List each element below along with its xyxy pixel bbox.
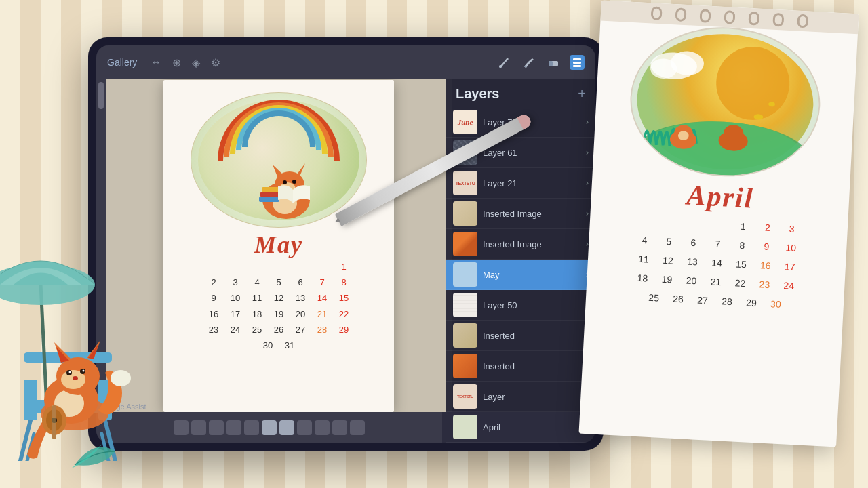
ring-6 bbox=[772, 13, 784, 27]
page-dot-8[interactable] bbox=[297, 420, 312, 435]
layer-item-inserted-4[interactable]: Inserted › bbox=[446, 351, 595, 382]
printed-calendar: April 1 2 3 4 5 6 7 8 9 10 11 bbox=[579, 0, 859, 447]
svg-point-49 bbox=[714, 45, 791, 122]
may-month-title: May bbox=[254, 230, 303, 259]
layer-item-inserted-1[interactable]: Inserted Image › bbox=[446, 199, 595, 229]
svg-point-11 bbox=[111, 370, 131, 386]
may-cal-row-1: 1 bbox=[170, 259, 387, 274]
layer-name-50: Layer 50 bbox=[483, 300, 586, 310]
layer-item-inserted-2[interactable]: Inserted Image › bbox=[446, 229, 595, 260]
page-dot-5[interactable] bbox=[244, 420, 259, 435]
select-tool-icon[interactable]: ◈ bbox=[192, 56, 200, 69]
smudge-tool-button[interactable] bbox=[521, 55, 536, 70]
layer-name-april: April bbox=[483, 422, 586, 432]
svg-rect-5 bbox=[24, 380, 37, 420]
layers-panel-header: Layers + bbox=[446, 79, 595, 107]
adjustments-icon[interactable]: ⚙ bbox=[211, 56, 220, 69]
layer-name-21: Layer 21 bbox=[483, 178, 586, 188]
svg-rect-34 bbox=[549, 61, 553, 66]
layer-name-june: Layer 79 bbox=[483, 117, 586, 127]
layer-name-inserted-2: Inserted Image bbox=[483, 239, 586, 249]
svg-rect-47 bbox=[260, 192, 279, 197]
svg-point-22 bbox=[69, 371, 71, 373]
svg-rect-46 bbox=[259, 197, 279, 202]
svg-point-23 bbox=[83, 370, 85, 372]
page-dot-10[interactable] bbox=[332, 420, 347, 435]
toolbar-tools: ↔ ⊕ ◈ ⚙ bbox=[151, 56, 220, 69]
leaf-decoration bbox=[68, 431, 122, 474]
tablet-screen: Gallery ↔ ⊕ ◈ ⚙ bbox=[96, 45, 595, 443]
page-dot-7[interactable] bbox=[279, 420, 294, 435]
svg-marker-43 bbox=[297, 163, 305, 176]
layer-name-inserted-3: Inserted bbox=[483, 331, 586, 341]
svg-point-45 bbox=[292, 180, 296, 184]
layer-expand-icon-2[interactable]: › bbox=[586, 148, 589, 157]
layer-item-april[interactable]: April › bbox=[446, 412, 595, 443]
gallery-button[interactable]: Gallery bbox=[107, 57, 137, 68]
eraser-tool-button[interactable] bbox=[545, 55, 560, 70]
april-illustration-circle bbox=[627, 22, 824, 181]
svg-rect-48 bbox=[262, 187, 279, 192]
drawing-canvas[interactable]: May 1 2 3 4 bbox=[106, 79, 452, 412]
layer-thumbnail-21: TEXTSTU bbox=[453, 171, 477, 195]
page-dot-9[interactable] bbox=[315, 420, 330, 435]
scroll-thumb-top[interactable] bbox=[98, 82, 104, 109]
tablet-device: Gallery ↔ ⊕ ◈ ⚙ bbox=[88, 37, 604, 451]
may-illustration-circle bbox=[191, 92, 367, 228]
ring-5 bbox=[748, 12, 760, 26]
page-dot-1[interactable] bbox=[174, 420, 189, 435]
layer-expand-icon-4[interactable]: › bbox=[586, 209, 589, 218]
april-calendar-grid: 1 2 3 4 5 6 7 8 9 10 11 12 13 14 15 16 1… bbox=[599, 209, 835, 317]
svg-rect-36 bbox=[573, 62, 581, 64]
layer-name-text-layer: Layer bbox=[483, 392, 586, 402]
layer-expand-icon[interactable]: › bbox=[586, 117, 589, 127]
layer-thumbnail-50 bbox=[453, 293, 477, 317]
layer-name-inserted-1: Inserted Image bbox=[483, 209, 586, 219]
svg-rect-37 bbox=[573, 65, 581, 67]
layers-panel-title: Layers bbox=[456, 86, 500, 102]
svg-rect-35 bbox=[573, 58, 581, 60]
layers-button[interactable] bbox=[570, 55, 585, 70]
ring-1 bbox=[651, 6, 663, 20]
page-dot-2[interactable] bbox=[191, 420, 206, 435]
layer-item-21[interactable]: TEXTSTU Layer 21 › bbox=[446, 168, 595, 199]
ring-3 bbox=[699, 9, 711, 23]
layer-item-inserted-3[interactable]: Inserted › bbox=[446, 321, 595, 351]
ring-2 bbox=[675, 7, 687, 22]
layer-thumbnail-inserted-2 bbox=[453, 232, 477, 256]
transform-tool-icon[interactable]: ⊕ bbox=[172, 56, 181, 69]
layer-thumbnail-june: June bbox=[453, 110, 477, 134]
svg-point-24 bbox=[73, 376, 78, 380]
brush-tool-button[interactable] bbox=[496, 55, 511, 70]
layer-thumbnail-inserted-4 bbox=[453, 354, 477, 378]
ring-7 bbox=[797, 14, 808, 28]
page-dot-6[interactable] bbox=[262, 420, 277, 435]
layer-item-50[interactable]: Layer 50 › bbox=[446, 290, 595, 321]
fox-illustration-left bbox=[0, 217, 149, 461]
may-cal-row-3: 9 10 11 12 13 14 15 bbox=[170, 290, 387, 306]
layer-thumbnail-inserted-1 bbox=[453, 201, 477, 226]
may-cal-row-2: 2 3 4 5 6 7 8 bbox=[170, 274, 387, 290]
may-cal-row-4: 16 17 18 19 20 21 22 bbox=[170, 306, 387, 322]
layer-thumbnail-may bbox=[453, 262, 477, 287]
page-dot-11[interactable] bbox=[350, 420, 365, 435]
may-calendar-grid: 1 2 3 4 5 6 7 8 9 10 11 bbox=[170, 259, 387, 354]
layer-item-text-layer[interactable]: TEXTSTU Layer › bbox=[446, 382, 595, 412]
layer-item-may[interactable]: May › bbox=[446, 260, 595, 290]
svg-point-44 bbox=[283, 180, 287, 184]
may-cal-row-6: 30 31 bbox=[170, 338, 387, 353]
layer-thumbnail-april bbox=[453, 415, 477, 439]
svg-point-32 bbox=[499, 65, 502, 68]
page-dot-4[interactable] bbox=[226, 420, 241, 435]
layer-thumbnail-text: TEXTSTU bbox=[453, 384, 477, 409]
toolbar-right-tools bbox=[496, 55, 585, 70]
page-dot-3[interactable] bbox=[209, 420, 224, 435]
layer-thumbnail-inserted-3 bbox=[453, 323, 477, 348]
app-toolbar: Gallery ↔ ⊕ ◈ ⚙ bbox=[96, 45, 595, 79]
move-tool-icon[interactable]: ↔ bbox=[151, 56, 161, 69]
ring-4 bbox=[724, 10, 735, 24]
svg-marker-42 bbox=[273, 165, 285, 178]
layer-name-may: May bbox=[483, 270, 586, 280]
layer-expand-icon-3[interactable]: › bbox=[586, 178, 589, 188]
layers-add-button[interactable]: + bbox=[578, 86, 586, 102]
